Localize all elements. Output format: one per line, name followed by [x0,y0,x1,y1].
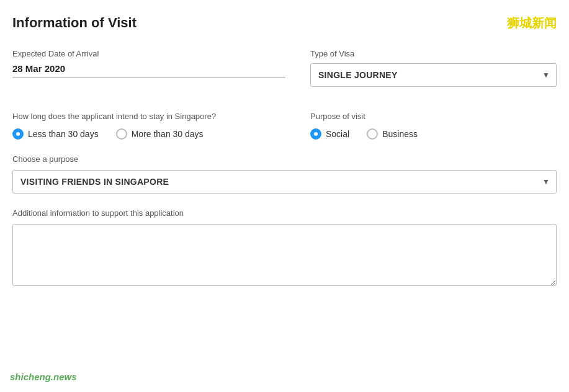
purpose-of-visit-label: Purpose of visit [310,112,557,121]
visa-select-wrapper[interactable]: SINGLE JOURNEY MULTIPLE JOURNEY ▼ [310,63,557,87]
purpose-social-label: Social [326,129,349,139]
additional-textarea[interactable] [12,224,557,286]
visa-col: Type of Visa SINGLE JOURNEY MULTIPLE JOU… [310,49,557,91]
arrival-value: 28 Mar 2020 [12,63,285,78]
stay-more-30-radio[interactable] [116,128,127,140]
watermark: shicheng.news [10,372,77,382]
page-title: Information of Visit [12,15,137,31]
visa-select[interactable]: SINGLE JOURNEY MULTIPLE JOURNEY [311,64,556,86]
arrival-label: Expected Date of Arrival [12,49,285,58]
stay-more-30-label: More than 30 days [132,129,204,139]
purpose-business-option[interactable]: Business [367,128,418,140]
stay-less-30-label: Less than 30 days [28,129,99,139]
purpose-col: Purpose of visit Social Business [310,112,557,140]
purpose-business-radio[interactable] [367,128,378,140]
additional-label: Additional information to support this a… [12,208,557,218]
stay-col: How long does the applicant intend to st… [12,112,285,140]
visa-label: Type of Visa [310,49,557,58]
stay-less-30-radio[interactable] [12,128,24,140]
purpose-social-radio[interactable] [310,128,321,140]
purpose-radio-group: Social Business [310,128,557,140]
page-container: Information of Visit 狮城新闻 Expected Date … [0,0,569,300]
stay-purpose-row: How long does the applicant intend to st… [12,105,557,140]
purpose-business-label: Business [382,129,418,139]
arrival-visa-row: Expected Date of Arrival 28 Mar 2020 Typ… [12,49,557,91]
brand-logo: 狮城新闻 [507,15,557,32]
choose-purpose-select-wrapper[interactable]: VISITING FRIENDS IN SINGAPORE TOURISM BU… [12,170,557,194]
choose-purpose-section: Choose a purpose VISITING FRIENDS IN SIN… [12,154,557,194]
stay-radio-group: Less than 30 days More than 30 days [12,128,285,140]
choose-purpose-label: Choose a purpose [12,154,557,164]
header-row: Information of Visit 狮城新闻 [12,15,557,32]
additional-section: Additional information to support this a… [12,208,557,288]
stay-more-30-option[interactable]: More than 30 days [116,128,204,140]
stay-less-30-option[interactable]: Less than 30 days [12,128,99,140]
choose-purpose-select[interactable]: VISITING FRIENDS IN SINGAPORE TOURISM BU… [13,171,556,193]
arrival-col: Expected Date of Arrival 28 Mar 2020 [12,49,285,91]
purpose-social-option[interactable]: Social [310,128,349,140]
stay-question-label: How long does the applicant intend to st… [12,112,285,121]
